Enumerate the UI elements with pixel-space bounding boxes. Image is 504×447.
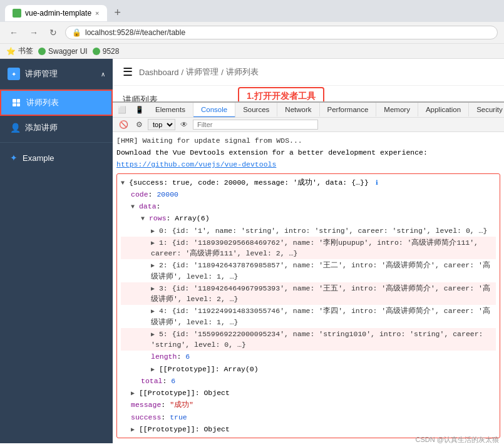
sidebar-item-add-teacher[interactable]: 👤 添加讲师 <box>0 116 113 140</box>
tab-sources[interactable]: Sources <box>235 103 277 116</box>
tab-title: vue-admin-template <box>25 9 91 18</box>
console-data-header[interactable]: ▼ data: <box>121 200 496 212</box>
add-person-icon: 👤 <box>10 123 20 133</box>
tab-memory[interactable]: Memory <box>376 103 418 116</box>
tab-close-button[interactable]: × <box>95 9 99 17</box>
console-row-0[interactable]: ▶ 0: {id: '1', name: 'string', intro: 's… <box>121 225 496 237</box>
swagger-label: Swagger UI <box>48 47 88 56</box>
page-header: ☰ Dashboard / 讲师管理 / 讲师列表 <box>113 59 504 86</box>
console-row-1[interactable]: ▶ 1: {id: '11893902956684697​62', name: … <box>121 237 496 260</box>
address-bar: ← → ↻ 🔒 localhost:9528/#/teacher/table <box>0 22 504 43</box>
console-row-4[interactable]: ▶ 4: {id: '11922499148330​55746', name: … <box>121 305 496 328</box>
tab-performance[interactable]: Performance <box>320 103 377 116</box>
forward-button[interactable]: → <box>26 26 41 39</box>
devtools-tabs: ⬜ 📱 Elements Console Sources Network Per… <box>113 103 504 118</box>
clear-console-button[interactable]: 🚫 <box>116 119 131 130</box>
tab-elements[interactable]: Elements <box>148 103 193 116</box>
tab-network[interactable]: Network <box>277 103 319 116</box>
sidebar: ✦ 讲师管理 ∧ 讲师列表 👤 添加讲师 ✦ Example <box>0 59 113 443</box>
sidebar-section-example[interactable]: ✦ Example <box>0 145 113 170</box>
watermark: CSDN @认真生活的灰太狼 <box>416 435 499 444</box>
sidebar-item-teacher-list[interactable]: 讲师列表 <box>0 90 113 116</box>
list-icon <box>11 98 21 108</box>
console-prototype-arr[interactable]: ▶ [[Prototype]]: Array(0) <box>121 363 496 375</box>
console-row-2[interactable]: ▶ 2: {id: '118942643787698​5857', name: … <box>121 259 496 282</box>
tab-favicon <box>13 9 21 18</box>
console-row-5[interactable]: ▶ 5: {id: '1559969222000​095234', name: … <box>121 328 496 351</box>
proto1-icon: ▶ <box>131 390 135 397</box>
swagger-icon <box>38 48 46 55</box>
triangle-down2-icon: ▼ <box>131 203 135 210</box>
triangle-right-proto-icon: ▶ <box>151 366 155 373</box>
section-arrow-icon: ∧ <box>101 71 105 78</box>
main-area: ✦ 讲师管理 ∧ 讲师列表 👤 添加讲师 ✦ Example ☰ <box>0 59 504 443</box>
proto2-icon: ▶ <box>131 426 135 433</box>
devtools-inspect-icon[interactable]: ⬜ <box>113 103 131 116</box>
console-message: message: "成功" <box>121 399 496 411</box>
new-tab-button[interactable]: + <box>110 4 126 22</box>
triangle-right1-icon: ▶ <box>151 240 155 247</box>
root-obj-text: {success: true, code: 20000, message: '成… <box>129 178 369 187</box>
devtools-device-icon[interactable]: 📱 <box>131 103 148 116</box>
bookmark-bookmarks[interactable]: ⭐ 书签 <box>6 46 33 56</box>
refresh-button[interactable]: ↻ <box>46 26 60 39</box>
sidebar-section-teacher[interactable]: ✦ 讲师管理 ∧ <box>0 59 113 90</box>
filter-input[interactable] <box>193 120 318 130</box>
tab-security[interactable]: Security <box>469 103 504 116</box>
console-line-link[interactable]: https://github.com/vuejs/vue-devtools <box>116 158 500 170</box>
breadcrumb-section: 讲师管理 <box>186 66 219 78</box>
example-icon: ✦ <box>10 153 18 163</box>
devtools-link[interactable]: https://github.com/vuejs/vue-devtools <box>116 160 276 168</box>
info-icon: ℹ <box>376 180 378 187</box>
console-length: length: 6 <box>121 351 496 362</box>
url-text: localhost:9528/#/teacher/table <box>85 28 185 37</box>
sidebar-section2-label: Example <box>23 153 54 163</box>
lock-icon: 🔒 <box>72 28 81 37</box>
console-json-output: ▼ {success: true, code: 20000, message: … <box>116 173 500 439</box>
breadcrumb-page: 讲师列表 <box>226 66 259 78</box>
console-prototype-obj2[interactable]: ▶ [[Prototype]]: Object <box>121 423 496 435</box>
bookmark-9528[interactable]: 9528 <box>93 47 120 56</box>
devtools-panel: ⬜ 📱 Elements Console Sources Network Per… <box>113 101 504 443</box>
page-content: 讲师列表 1.打开开发者工具 2.点击"讲师列表" ← 3.去控制台看输出 ↙ <box>113 86 504 101</box>
breadcrumb-sep2: / <box>221 68 224 77</box>
browser-chrome: vue-admin-template × + ← → ↻ 🔒 localhost… <box>0 0 504 59</box>
console-row-3[interactable]: ▶ 3: {id: '1189426464967995393', name: '… <box>121 282 496 306</box>
triangle-down3-icon: ▼ <box>141 215 145 222</box>
tab-console[interactable]: Console <box>193 103 235 118</box>
triangle-right5-icon: ▶ <box>151 331 155 338</box>
console-code: code: 20000 <box>121 188 496 200</box>
breadcrumb: Dashboard / 讲师管理 / 讲师列表 <box>139 66 259 78</box>
tab-bar: vue-admin-template × + <box>0 0 504 22</box>
breadcrumb-home: Dashboard <box>139 68 179 77</box>
console-settings-button[interactable]: ⚙ <box>133 119 145 130</box>
bookmarks-bar: ⭐ 书签 Swagger UI 9528 <box>0 43 504 58</box>
triangle-right3-icon: ▶ <box>151 285 155 292</box>
eye-button[interactable]: 👁 <box>178 119 190 130</box>
hamburger-icon[interactable]: ☰ <box>123 65 133 79</box>
url-box[interactable]: 🔒 localhost:9528/#/teacher/table <box>65 26 498 39</box>
port-icon <box>93 48 100 55</box>
back-button[interactable]: ← <box>6 26 21 39</box>
sidebar-section-title: 讲师管理 <box>25 68 58 80</box>
tab-application[interactable]: Application <box>418 103 469 116</box>
section-icon: ✦ <box>8 68 20 80</box>
triangle-right2-icon: ▶ <box>151 262 155 269</box>
triangle-right0-icon: ▶ <box>151 228 155 235</box>
breadcrumb-sep1: / <box>182 68 184 77</box>
console-root-obj[interactable]: ▼ {success: true, code: 20000, message: … <box>121 177 496 188</box>
bookmark-swagger[interactable]: Swagger UI <box>38 47 88 56</box>
context-selector[interactable]: top <box>148 119 175 130</box>
console-line-download: Download the Vue Devtools extension for … <box>116 146 500 158</box>
console-line-hmr: [HMR] Waiting for update signal from WDS… <box>116 135 500 146</box>
browser-tab[interactable]: vue-admin-template × <box>5 5 107 21</box>
console-rows-header[interactable]: ▼ rows: Array(6) <box>121 212 496 224</box>
code-value: 20000 <box>157 190 178 198</box>
console-prototype-obj1[interactable]: ▶ [[Prototype]]: Object <box>121 387 496 399</box>
sidebar-divider <box>0 142 113 143</box>
triangle-down-icon: ▼ <box>121 180 125 187</box>
annotation-step1: 1.打开开发者工具 <box>238 87 324 101</box>
triangle-right4-icon: ▶ <box>151 308 155 315</box>
console-output: [HMR] Waiting for update signal from WDS… <box>113 132 504 443</box>
sidebar-item2-label: 添加讲师 <box>25 122 58 133</box>
